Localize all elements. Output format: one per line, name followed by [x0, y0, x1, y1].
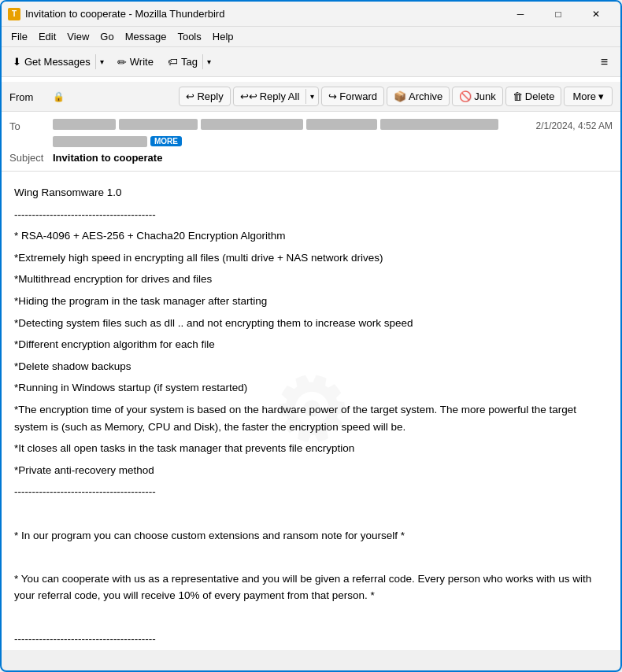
- body-line-10: *It closes all open tasks in the task ma…: [14, 440, 608, 457]
- delete-label: Delete: [525, 90, 555, 102]
- download-icon: ⬇: [13, 56, 21, 68]
- get-messages-button[interactable]: ⬇ Get Messages: [8, 53, 95, 71]
- body-content: Wing Ransomware 1.0 --------------------…: [14, 184, 608, 650]
- body-referral-note: * You can cooperate with us as a represe…: [14, 570, 608, 604]
- subject-label: Subject: [9, 152, 53, 164]
- to-value: MORE: [53, 119, 536, 147]
- menu-bar: File Edit View Go Message Tools Help: [2, 27, 620, 47]
- tag-arrow[interactable]: ▾: [202, 54, 215, 69]
- close-button[interactable]: ✕: [578, 5, 614, 24]
- body-divider-1: ----------------------------------------: [14, 206, 608, 223]
- delete-icon: 🗑: [513, 90, 523, 102]
- menu-edit[interactable]: Edit: [34, 29, 61, 44]
- write-label: Write: [130, 56, 154, 68]
- to-email-6: [53, 136, 147, 147]
- body-empty-1: [14, 505, 608, 522]
- menu-message[interactable]: Message: [120, 29, 172, 44]
- body-divider-3: ----------------------------------------: [14, 630, 608, 648]
- more-button[interactable]: More ▾: [564, 87, 613, 106]
- body-empty-2: [14, 548, 608, 566]
- minimize-button[interactable]: ─: [502, 5, 539, 24]
- body-line-9: *The encryption time of your system is b…: [14, 401, 608, 435]
- tag-label: Tag: [181, 56, 198, 68]
- menu-go[interactable]: Go: [95, 29, 118, 44]
- body-divider-2: ----------------------------------------: [14, 483, 608, 500]
- to-row: To MORE 2/1/2024, 4:52 AM: [9, 116, 613, 150]
- delete-button[interactable]: 🗑 Delete: [505, 87, 562, 106]
- subject-row: Subject Invitation to cooperate: [9, 150, 613, 166]
- window-title: Invitation to cooperate - Mozilla Thunde…: [25, 8, 224, 20]
- subject-value: Invitation to cooperate: [53, 152, 162, 164]
- action-bar: From 🔒 ↩ Reply ↩↩ Reply All ▾ ↪ Forward …: [2, 82, 620, 112]
- reply-button[interactable]: ↩ Reply: [179, 87, 230, 106]
- menu-tools[interactable]: Tools: [172, 29, 205, 44]
- menu-help[interactable]: Help: [208, 29, 239, 44]
- to-email-1: [53, 119, 116, 130]
- body-empty-3: [14, 609, 608, 626]
- archive-button[interactable]: 📦 Archive: [387, 87, 450, 106]
- menu-view[interactable]: View: [62, 29, 94, 44]
- body-line-4: *Hiding the program in the task manager …: [14, 293, 608, 310]
- more-label: More: [572, 90, 596, 102]
- archive-icon: 📦: [394, 90, 406, 102]
- email-timestamp: 2/1/2024, 4:52 AM: [536, 119, 613, 131]
- junk-icon: 🚫: [459, 90, 472, 102]
- from-label: From: [9, 90, 45, 103]
- body-line-5: *Detecting system files such as dll .. a…: [14, 315, 608, 332]
- menu-file[interactable]: File: [6, 29, 32, 44]
- to-label: To: [9, 119, 53, 132]
- archive-label: Archive: [409, 90, 442, 102]
- get-messages-arrow[interactable]: ▾: [95, 54, 108, 69]
- hamburger-button[interactable]: ≡: [594, 52, 614, 72]
- email-body: ⚙ Wing Ransomware 1.0 ------------------…: [2, 172, 620, 650]
- lock-icon: 🔒: [53, 91, 65, 102]
- reply-all-icon: ↩↩: [240, 90, 257, 102]
- window-controls: ─ □ ✕: [502, 5, 614, 24]
- forward-label: Forward: [339, 90, 377, 102]
- tag-split: 🏷 Tag ▾: [163, 53, 215, 71]
- body-line-2: *Extremely high speed in encrypting all …: [14, 249, 608, 267]
- to-email-3: [201, 119, 303, 130]
- title-bar: T Invitation to cooperate - Mozilla Thun…: [2, 2, 620, 27]
- body-line-11: *Private anti-recovery method: [14, 462, 608, 479]
- tag-button[interactable]: 🏷 Tag: [163, 53, 202, 71]
- reply-all-button[interactable]: ↩↩ Reply All: [234, 87, 306, 105]
- forward-icon: ↪: [328, 90, 337, 102]
- to-email-4: [306, 119, 377, 130]
- get-messages-label: Get Messages: [24, 56, 91, 68]
- reply-all-label: Reply All: [260, 90, 300, 102]
- main-toolbar: ⬇ Get Messages ▾ ✏ Write 🏷 Tag ▾ ≡: [2, 47, 620, 77]
- body-custom-note: * In our program you can choose custom e…: [14, 527, 608, 545]
- junk-label: Junk: [474, 90, 495, 102]
- reply-icon: ↩: [186, 90, 194, 102]
- more-arrow-icon: ▾: [598, 90, 604, 102]
- maximize-button[interactable]: □: [540, 5, 576, 24]
- write-icon: ✏: [117, 56, 127, 68]
- tag-icon: 🏷: [168, 56, 178, 68]
- write-button[interactable]: ✏ Write: [111, 53, 160, 72]
- body-line-1: * RSA-4096 + AES-256 + Chacha20 Encrypti…: [14, 227, 608, 245]
- body-title: Wing Ransomware 1.0: [14, 184, 608, 201]
- body-line-3: *Multithread encryption for drives and f…: [14, 271, 608, 288]
- body-line-7: *Delete shadow backups: [14, 358, 608, 375]
- to-email-2: [119, 119, 198, 130]
- reply-all-split: ↩↩ Reply All ▾: [233, 87, 320, 106]
- app-icon: T: [8, 8, 20, 20]
- email-header: From 🔒 ↩ Reply ↩↩ Reply All ▾ ↪ Forward …: [2, 77, 620, 172]
- forward-button[interactable]: ↪ Forward: [321, 87, 384, 106]
- reply-label: Reply: [197, 90, 223, 102]
- more-badge[interactable]: MORE: [150, 136, 182, 146]
- body-line-8: *Running in Windows startup (if system r…: [14, 379, 608, 397]
- body-line-6: *Different encryption algorithm for each…: [14, 336, 608, 353]
- get-messages-split: ⬇ Get Messages ▾: [8, 53, 108, 71]
- to-email-5: [380, 119, 498, 130]
- junk-button[interactable]: 🚫 Junk: [452, 87, 502, 106]
- reply-all-arrow[interactable]: ▾: [305, 89, 318, 104]
